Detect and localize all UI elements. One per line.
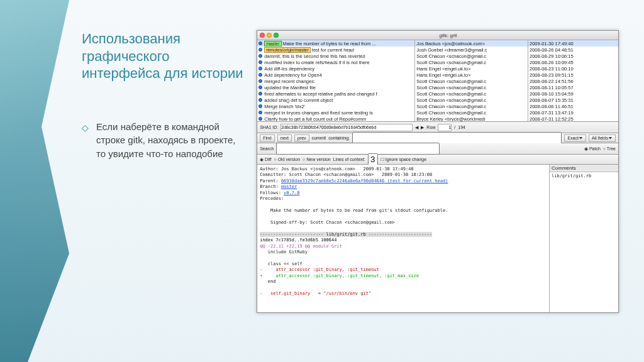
commit-row[interactable]: merged recent changes:: [257, 78, 414, 84]
commit-msg: fixed alternates to accept relative path…: [264, 91, 377, 97]
author-list[interactable]: Jos Backus <jos@catnook.com>Josh Goebel …: [415, 40, 528, 121]
date-row[interactable]: 2008-08-29 10:06:15: [528, 53, 618, 59]
commit-dot-icon: [258, 104, 262, 108]
author-row[interactable]: Hans Engel <engel.uk.to>: [415, 65, 528, 72]
ignorespace-checkbox[interactable]: ☐ Ignore space change: [380, 157, 426, 162]
commit-msg: merged in bryces changes and fixed some …: [264, 110, 373, 116]
author-row[interactable]: Scott Chacon <schacon@gmail.c: [415, 59, 528, 65]
tree-radio[interactable]: ○ Tree: [603, 146, 616, 151]
bullet-text: Если наберёте в командной строке gitk, н…: [96, 120, 244, 161]
date-row[interactable]: 2008-08-11 10:05:57: [528, 84, 618, 90]
next-button[interactable]: next: [277, 134, 292, 142]
window-titlebar: gitk: grit: [257, 31, 618, 40]
commit-row[interactable]: dammit, this is the second time this has…: [257, 53, 414, 59]
prev-button[interactable]: prev: [294, 134, 309, 142]
search-input[interactable]: [276, 143, 440, 155]
nav-left-icon[interactable]: ◀: [415, 125, 418, 130]
branch-tag: master: [264, 41, 281, 47]
commit-dot-icon: [258, 98, 262, 102]
row-sep: /: [454, 125, 455, 129]
exact-dropdown[interactable]: Exact ⏷: [564, 134, 586, 142]
commit-msg: modified index to create refs/heads if i…: [264, 60, 370, 65]
zoom-icon[interactable]: [274, 33, 279, 38]
author-row[interactable]: Bryce Kerley <bryce@worldmedi: [415, 116, 528, 121]
date-row[interactable]: 2008-08-23 11:00:10: [528, 65, 618, 72]
commit-dot-icon: [258, 117, 262, 121]
author-row[interactable]: Scott Chacon <schacon@gmail.c: [415, 53, 528, 59]
date-row[interactable]: 2008-08-22 14:51:56: [528, 78, 618, 84]
commit-row[interactable]: Add diff-lcs dependency: [257, 65, 414, 72]
commit-msg: Clarify how to get a full count out of R…: [264, 116, 366, 122]
comments-header: Comments: [550, 165, 618, 172]
commit-row[interactable]: added sha() def to commit object: [257, 97, 414, 103]
date-row[interactable]: 2009-01-30 17:49:40: [528, 40, 618, 47]
commit-row[interactable]: masterMake the number of bytes to be rea…: [257, 40, 414, 47]
commit-dot-icon: [258, 54, 262, 58]
date-row[interactable]: 2008-08-23 09:51:15: [528, 72, 618, 78]
author-row[interactable]: Scott Chacon <schacon@gmail.c: [415, 109, 528, 116]
commit-dot-icon: [258, 73, 262, 77]
date-list[interactable]: 2009-01-30 17:49:402008-08-26 04:48:5120…: [528, 40, 618, 121]
file-path[interactable]: lib/grit/git.rb: [550, 172, 618, 180]
row-label: Row: [426, 125, 435, 129]
nav-right-icon[interactable]: ▶: [421, 125, 424, 130]
lines-context-label: Lines of context:: [333, 157, 365, 162]
author-row[interactable]: Scott Chacon <schacon@gmail.c: [415, 84, 528, 90]
minimize-icon[interactable]: [267, 33, 272, 38]
commit-row[interactable]: Add dependency for Open4: [257, 72, 414, 78]
author-row[interactable]: Scott Chacon <schacon@gmail.c: [415, 97, 528, 103]
commit-msg: Merge branch 'idx2': [264, 104, 305, 109]
patch-radio[interactable]: ◉ Patch: [584, 146, 601, 151]
slide-bullet: ◇ Если наберёте в командной строке gitk,…: [82, 120, 244, 161]
commit-dot-icon: [258, 85, 262, 89]
find-commit-label: commit: [312, 136, 326, 140]
commit-msg: Add dependency for Open4: [264, 72, 322, 78]
date-row[interactable]: 2008-07-31 12:52:25: [528, 116, 618, 121]
commit-row[interactable]: updated the Manifest file: [257, 84, 414, 90]
allfields-dropdown[interactable]: All fields ⏷: [589, 134, 616, 142]
commit-msg: test for current head: [312, 47, 354, 53]
commit-row[interactable]: modified index to create refs/heads if i…: [257, 59, 414, 65]
diamond-icon: ◇: [82, 121, 89, 161]
commit-dot-icon: [258, 67, 262, 70]
commit-dot-icon: [258, 79, 262, 83]
author-row[interactable]: Jos Backus <jos@catnook.com>: [415, 40, 528, 47]
search-label: Search: [260, 146, 274, 151]
commit-row[interactable]: merged in bryces changes and fixed some …: [257, 109, 414, 116]
date-row[interactable]: 2008-08-26 04:48:51: [528, 47, 618, 53]
author-row[interactable]: Josh Goebel <dreamer3@gmail.c: [415, 47, 528, 53]
author-row[interactable]: Scott Chacon <schacon@gmail.c: [415, 78, 528, 84]
commit-detail-pane[interactable]: Author: Jos Backus <jos@catnook.com> 200…: [257, 165, 549, 312]
diff-radio[interactable]: ◉ Diff: [260, 157, 271, 162]
commit-dot-icon: [258, 60, 262, 64]
commit-dot-icon: [258, 92, 262, 96]
commit-dot-icon: [258, 41, 262, 45]
commit-row[interactable]: Merge branch 'idx2': [257, 103, 414, 109]
sha-input[interactable]: [280, 124, 413, 131]
row-current-input[interactable]: [438, 124, 452, 131]
commit-msg: added sha() def to commit object: [264, 97, 333, 103]
close-icon[interactable]: [260, 33, 265, 38]
oldversion-radio[interactable]: ○ Old version: [274, 157, 300, 162]
file-list-pane[interactable]: Comments lib/grit/git.rb: [549, 165, 618, 312]
date-row[interactable]: 2008-08-06 11:46:51: [528, 103, 618, 109]
date-row[interactable]: 2008-07-31 13:47:19: [528, 109, 618, 116]
commit-list[interactable]: masterMake the number of bytes to be rea…: [257, 40, 415, 121]
commit-dot-icon: [258, 48, 262, 52]
commit-row[interactable]: Clarify how to get a full count out of R…: [257, 116, 414, 121]
remote-tag: remotes/origin/master: [264, 47, 311, 53]
date-row[interactable]: 2008-08-10 15:04:59: [528, 90, 618, 97]
date-row[interactable]: 2008-08-26 10:09:45: [528, 59, 618, 65]
find-bar: Find next prev commit containing: Exact …: [257, 133, 618, 143]
author-row[interactable]: Scott Chacon <schacon@gmail.c: [415, 90, 528, 97]
author-row[interactable]: Hans Engel <engel.uk.to>: [415, 72, 528, 78]
gitk-screenshot: gitk: grit masterMake the number of byte…: [257, 30, 619, 313]
lines-context-input[interactable]: [368, 153, 378, 165]
author-row[interactable]: Scott Chacon <schacon@gmail.c: [415, 103, 528, 109]
commit-row[interactable]: fixed alternates to accept relative path…: [257, 90, 414, 97]
newversion-radio[interactable]: ○ New version: [303, 157, 331, 162]
commit-msg: Make the number of bytes to be read from…: [283, 41, 376, 47]
find-button[interactable]: Find: [260, 134, 275, 142]
date-row[interactable]: 2008-08-07 15:35:31: [528, 97, 618, 103]
commit-row[interactable]: remotes/origin/mastertest for current he…: [257, 47, 414, 53]
